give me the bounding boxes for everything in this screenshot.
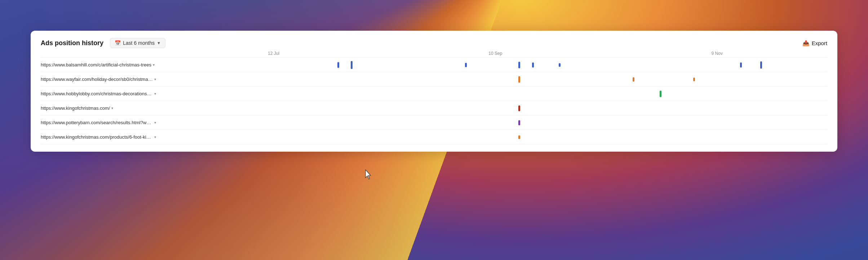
rows-container: https://www.balsamhill.com/c/artificial-… [41,57,827,144]
date-filter-button[interactable]: 📅 Last 6 months ▼ [110,38,165,48]
row-url[interactable]: https://www.hobbylobby.com/christmas-dec… [41,87,156,100]
url-text: https://www.hobbylobby.com/christmas-dec… [41,91,153,96]
position-dot [693,78,695,81]
card-header: Ads position history 📅 Last 6 months ▼ 📤… [31,31,837,48]
row-chart [156,58,827,72]
chevron-down-icon[interactable]: ▾ [111,106,113,110]
url-text: https://www.wayfair.com/holiday-decor/sb… [41,77,153,82]
row-url[interactable]: https://www.potterybarn.com/search/resul… [41,116,156,129]
header-left: Ads position history 📅 Last 6 months ▼ [41,38,165,48]
position-dot [518,76,520,83]
chevron-down-icon: ▼ [157,41,161,45]
timeline-label: 10 Sep [488,51,502,56]
row-url[interactable]: https://www.kingofchristmas.com/products… [41,131,156,143]
url-text: https://www.kingofchristmas.com/ [41,105,110,111]
row-chart [156,87,827,100]
chart-area: 12 Jul10 Sep9 Nov https://www.balsamhill… [31,51,837,152]
row-chart [156,73,827,86]
position-dot [559,63,561,67]
url-text: https://www.potterybarn.com/search/resul… [41,120,153,125]
date-filter-label: Last 6 months [123,40,155,46]
timeline-label: 9 Nov [712,51,723,56]
chevron-down-icon[interactable]: ▾ [153,63,155,67]
position-dot [518,135,520,139]
row-chart [156,131,827,144]
position-dot [337,62,339,68]
table-row: https://www.balsamhill.com/c/artificial-… [41,58,827,72]
position-dot [518,105,520,111]
position-dot [740,62,742,68]
export-icon: 📤 [802,40,810,47]
card-title: Ads position history [41,39,103,47]
table-row: https://www.kingofchristmas.com/▾ [41,101,827,116]
row-chart [156,116,827,129]
timeline-header: 12 Jul10 Sep9 Nov [41,51,827,56]
table-row: https://www.potterybarn.com/search/resul… [41,116,827,130]
position-dot [532,62,534,68]
calendar-icon: 📅 [115,40,121,46]
row-url[interactable]: https://www.balsamhill.com/c/artificial-… [41,58,156,71]
position-dot [518,120,520,125]
timeline-label: 12 Jul [268,51,279,56]
row-url[interactable]: https://www.kingofchristmas.com/▾ [41,102,156,114]
position-dot [465,63,467,67]
timeline-labels: 12 Jul10 Sep9 Nov [156,51,827,56]
table-row: https://www.wayfair.com/holiday-decor/sb… [41,72,827,87]
export-button[interactable]: 📤 Export [802,40,827,47]
position-dot [633,77,634,82]
url-text: https://www.balsamhill.com/c/artificial-… [41,62,151,68]
ads-position-history-card: Ads position history 📅 Last 6 months ▼ 📤… [31,31,837,152]
position-dot [518,62,520,68]
position-dot [660,91,661,97]
table-row: https://www.hobbylobby.com/christmas-dec… [41,87,827,101]
position-dot [351,61,353,69]
row-chart [156,102,827,115]
position-dot [760,61,762,69]
table-row: https://www.kingofchristmas.com/products… [41,130,827,144]
export-label: Export [812,40,827,46]
row-url[interactable]: https://www.wayfair.com/holiday-decor/sb… [41,73,156,86]
url-text: https://www.kingofchristmas.com/products… [41,134,153,140]
